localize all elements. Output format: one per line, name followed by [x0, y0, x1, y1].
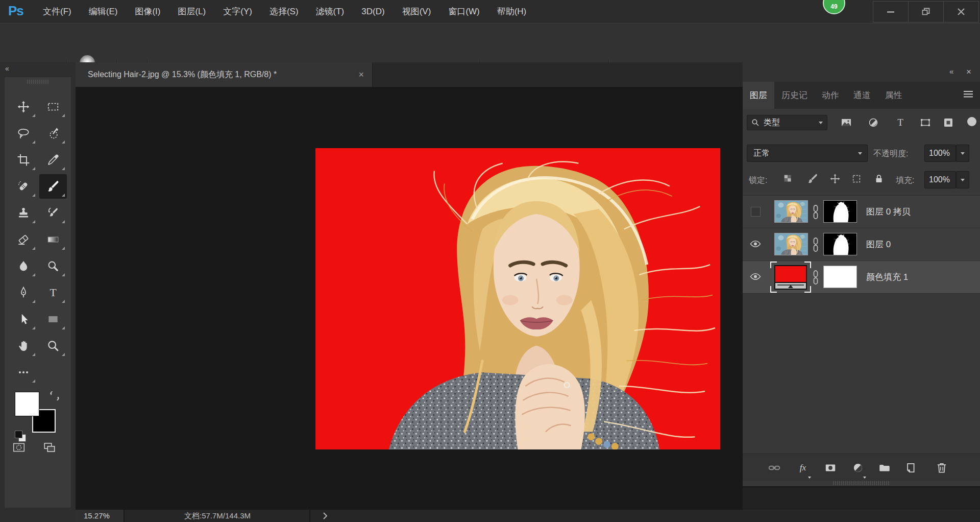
menu-image[interactable]: 图像(I)	[135, 6, 160, 17]
layer-filter-select[interactable]: 类型	[747, 115, 827, 130]
layer-row-copy[interactable]: 图层 0 拷贝	[743, 196, 980, 228]
menu-view[interactable]: 视图(V)	[402, 6, 431, 17]
tool-type[interactable]: T	[39, 280, 67, 305]
visibility-toggle[interactable]	[748, 205, 763, 218]
tab-history[interactable]: 历史记	[774, 82, 815, 109]
zoom-level-input[interactable]: 15.27%	[76, 510, 125, 522]
layer-mask-thumbnail[interactable]	[823, 200, 857, 223]
swap-colors-button[interactable]	[48, 390, 61, 402]
tool-rect-marquee[interactable]	[39, 94, 67, 119]
mask-link-icon[interactable]	[812, 236, 820, 253]
menu-help[interactable]: 帮助(H)	[497, 6, 527, 17]
document-tab[interactable]: Selecting Hair-2.jpg @ 15.3% (颜色填充 1, RG…	[76, 62, 373, 87]
filter-type-layers-button[interactable]: T	[893, 115, 908, 130]
fill-layer-thumbnail[interactable]	[770, 262, 811, 293]
tool-spot-healing[interactable]	[10, 174, 37, 199]
tool-brush[interactable]	[39, 174, 67, 199]
tool-lasso[interactable]	[10, 121, 37, 146]
visibility-toggle[interactable]	[748, 270, 763, 283]
tool-eyedropper[interactable]	[39, 148, 67, 172]
minimize-button[interactable]	[873, 2, 908, 22]
mask-link-icon[interactable]	[812, 269, 820, 286]
tool-pen[interactable]	[10, 280, 37, 305]
lock-all-button[interactable]	[871, 172, 887, 186]
layer-mask-thumbnail[interactable]	[823, 233, 857, 255]
menu-file[interactable]: 文件(F)	[43, 6, 71, 17]
tool-more[interactable]	[10, 360, 37, 385]
layer-blend-mode-select[interactable]: 正常	[747, 145, 868, 162]
foreground-color-swatch[interactable]	[15, 392, 39, 416]
layer-thumbnail[interactable]	[774, 200, 808, 223]
filter-pixel-layers-button[interactable]	[839, 115, 854, 130]
screen-mode-button[interactable]	[37, 439, 62, 456]
tab-layers[interactable]: 图层	[743, 82, 774, 109]
recorder-badge[interactable]: 49	[823, 0, 845, 14]
lock-artboard-button[interactable]	[849, 172, 864, 186]
tool-path-select[interactable]	[10, 307, 37, 331]
layer-name[interactable]: 图层 0	[866, 228, 891, 260]
filter-shape-layers-button[interactable]	[918, 115, 933, 130]
menu-layer[interactable]: 图层(L)	[178, 6, 206, 17]
document-image[interactable]	[315, 148, 720, 449]
close-tab-button[interactable]: ×	[358, 69, 364, 80]
default-colors-button[interactable]	[15, 431, 22, 438]
layer-name[interactable]: 图层 0 拷贝	[866, 196, 911, 228]
tool-zoom[interactable]	[39, 334, 67, 358]
collapse-toolbar-button[interactable]: «	[5, 64, 10, 73]
layer-opacity-input[interactable]: 100%	[924, 145, 956, 162]
tool-blur[interactable]	[10, 254, 37, 278]
tool-eraser[interactable]	[10, 227, 37, 252]
lock-position-button[interactable]	[827, 172, 843, 186]
close-button[interactable]	[943, 2, 978, 22]
status-expand-button[interactable]	[321, 511, 330, 520]
tool-crop[interactable]	[10, 148, 37, 172]
layer-filter-toggle[interactable]	[967, 117, 976, 126]
link-layers-button[interactable]	[767, 461, 781, 475]
restore-button[interactable]	[908, 2, 943, 22]
tool-history-brush[interactable]	[39, 201, 67, 225]
lock-paint-button[interactable]	[805, 172, 820, 186]
tab-properties[interactable]: 属性	[878, 82, 910, 109]
svg-text:T: T	[50, 287, 56, 299]
filter-adjustment-layers-button[interactable]	[866, 115, 881, 130]
tool-hand[interactable]	[10, 334, 37, 358]
tab-actions[interactable]: 动作	[815, 82, 846, 109]
panel-menu-button[interactable]	[963, 90, 974, 100]
layer-mask-thumbnail[interactable]	[823, 266, 857, 288]
toolbar-grip[interactable]	[27, 80, 50, 84]
visibility-toggle[interactable]	[748, 238, 763, 251]
layer-thumbnail[interactable]	[774, 233, 808, 255]
tool-quick-select[interactable]	[39, 121, 67, 146]
menu-window[interactable]: 窗口(W)	[448, 6, 479, 17]
layer-name[interactable]: 颜色填充 1	[866, 261, 908, 293]
menu-type[interactable]: 文字(Y)	[223, 6, 252, 17]
menu-edit[interactable]: 编辑(E)	[89, 6, 118, 17]
collapse-panel-button[interactable]: «	[949, 67, 953, 76]
canvas-area[interactable]	[76, 87, 743, 510]
menu-filter[interactable]: 滤镜(T)	[316, 6, 345, 17]
tool-move[interactable]	[10, 94, 37, 119]
delete-layer-button[interactable]	[935, 461, 949, 475]
menu-select[interactable]: 选择(S)	[270, 6, 299, 17]
tool-shape[interactable]	[39, 307, 67, 331]
new-adjustment-layer-button[interactable]	[851, 461, 865, 475]
layer-style-button[interactable]: fx	[796, 461, 810, 475]
close-panel-button[interactable]: ×	[966, 67, 971, 77]
layer-row-0[interactable]: 图层 0	[743, 228, 980, 261]
new-layer-button[interactable]	[903, 461, 917, 475]
panel-resize-grip[interactable]	[833, 481, 889, 485]
lock-transparency-button[interactable]	[780, 172, 796, 186]
layer-fill-input[interactable]: 100%	[924, 171, 956, 188]
layer-fill-dropdown[interactable]	[956, 171, 969, 188]
filter-smart-object-button[interactable]	[941, 115, 956, 130]
tool-gradient[interactable]	[39, 227, 67, 252]
menu-3d[interactable]: 3D(D)	[361, 7, 384, 17]
mask-link-icon[interactable]	[812, 204, 820, 220]
layer-opacity-dropdown[interactable]	[956, 145, 969, 162]
tool-clone-stamp[interactable]	[10, 201, 37, 225]
new-group-button[interactable]	[877, 461, 892, 475]
tool-dodge[interactable]	[39, 254, 67, 278]
layer-row-color-fill[interactable]: 颜色填充 1	[743, 261, 980, 294]
add-layer-mask-button[interactable]	[823, 461, 838, 475]
tab-channels[interactable]: 通道	[846, 82, 878, 109]
